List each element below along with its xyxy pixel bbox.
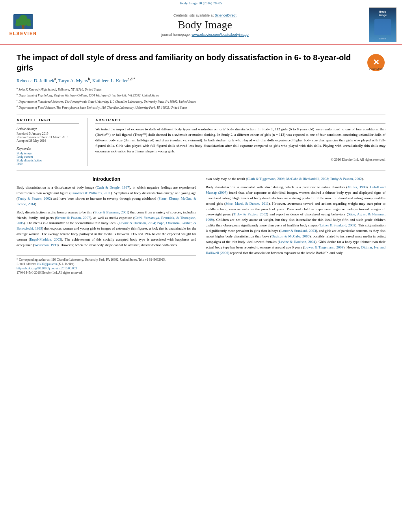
- abstract-col: ABSTRACT We tested the impact of exposur…: [87, 118, 385, 166]
- homepage-text: journal homepage:: [161, 33, 191, 37]
- body-para-right-2: Body dissatisfaction is associated with …: [206, 185, 385, 256]
- ref-crowther[interactable]: Crowther & Williams, 2011: [71, 191, 111, 195]
- ref-latner2[interactable]: Latner & Stunkard, 2003: [280, 229, 316, 233]
- elsevier-tree-icon: [12, 14, 35, 31]
- ref-truby2[interactable]: Truby & Paxton, 2002: [233, 212, 267, 216]
- ref-weissman[interactable]: Weissman, 1999: [34, 243, 58, 247]
- elsevier-logo: ELSEVIER: [6, 14, 41, 36]
- title-section: The impact of doll style of dress and fa…: [17, 52, 385, 73]
- contents-text: Contents lists available at: [173, 13, 214, 17]
- homepage-link[interactable]: www.elsevier.com/locate/bodyimage: [192, 33, 249, 37]
- affiliation-a: a John F. Kennedy High School, Bellmore,…: [17, 88, 102, 91]
- authors-line: Rebecca D. Jellineka, Taryn A. Myersb, K…: [17, 77, 385, 84]
- history-revised: Received in revised form 11 March 2016: [17, 135, 79, 139]
- svg-point-7: [26, 22, 31, 26]
- elsevier-label: ELSEVIER: [9, 31, 37, 36]
- body-para-1: Body dissatisfaction is a disturbance of…: [17, 185, 196, 207]
- cover-bottom: Elsevier: [371, 37, 395, 40]
- svg-rect-5: [22, 25, 24, 29]
- footnote-section: * Corresponding author at: 110 Chandlee …: [17, 255, 196, 274]
- body-right-col: own body may be the result (Clark & Tigg…: [206, 176, 385, 274]
- sciencedirect-link[interactable]: ScienceDirect: [215, 13, 237, 17]
- history-title: Article history:: [17, 127, 79, 131]
- history-received: Received 5 January 2015: [17, 132, 79, 135]
- copyright-line: © 2016 Elsevier Ltd. All rights reserved…: [95, 158, 385, 161]
- ref-dittmar[interactable]: Dittmar, Ive, and Halliwell (2006): [206, 245, 385, 255]
- keyword-1: Body image: [17, 152, 79, 155]
- divider-1: [17, 115, 385, 115]
- body-left-col: Introduction Body dissatisfaction is a d…: [17, 176, 196, 274]
- svg-point-4: [19, 20, 28, 26]
- article-columns: ARTICLE INFO Article history: Received 5…: [17, 118, 385, 166]
- homepage-line: journal homepage: www.elsevier.com/locat…: [41, 33, 369, 37]
- body-para-right-1: own body may be the result (Clark & Tigg…: [206, 176, 385, 182]
- article-title: The impact of doll style of dress and fa…: [17, 52, 367, 73]
- history-accepted: Accepted 28 May 2016: [17, 139, 79, 143]
- keyword-2: Body esteem: [17, 155, 79, 159]
- ref-truby1[interactable]: Truby & Paxton, 2002: [18, 196, 51, 200]
- intro-heading: Introduction: [17, 176, 196, 182]
- author-2: Taryn A. Myers: [58, 78, 88, 83]
- ref-muller[interactable]: Muller, 1998: [348, 185, 367, 189]
- top-bar: Body Image 18 (2016) 78–85: [0, 0, 402, 6]
- footnote-email: E-mail address: klk37@psu.edu (K.L. Kell…: [17, 262, 196, 266]
- article-history: Article history: Received 5 January 2015…: [17, 127, 79, 143]
- journal-header: Body Image 18 (2016) 78–85 ELSEVIER Cont…: [0, 0, 402, 45]
- crossmark-logo: ✕ CrossMark: [367, 53, 385, 72]
- ref-levine[interactable]: Levine & Harrison, 2004; Pope, Olivardia…: [17, 221, 196, 230]
- keyword-3: Body dissatisfaction: [17, 159, 79, 162]
- ref-schutz[interactable]: Schutz & Paxton, 2007: [56, 216, 90, 220]
- article-info-col: ARTICLE INFO Article history: Received 5…: [17, 118, 87, 166]
- ref-stice-bearman[interactable]: Stice & Bearman, 2001: [95, 210, 128, 214]
- keywords-title: Keywords:: [17, 146, 79, 150]
- ref-engel[interactable]: Engel-Maddox, 2005: [30, 237, 61, 241]
- article-info-heading: ARTICLE INFO: [17, 118, 79, 124]
- svg-text:✕: ✕: [373, 58, 380, 67]
- keyword-4: Dolls: [17, 162, 79, 166]
- ref-stice-marti[interactable]: Stice, Marti, & Durant, 2011: [225, 202, 268, 206]
- journal-center: Contents lists available at ScienceDirec…: [41, 13, 369, 37]
- crossmark-icon: ✕ CrossMark: [367, 53, 385, 72]
- ref-levine2[interactable]: Levine & Harrison, 2004: [279, 240, 315, 244]
- cover-body: [374, 19, 391, 35]
- main-content: The impact of doll style of dress and fa…: [0, 45, 402, 282]
- journal-name-big: Body Image: [41, 19, 369, 31]
- footnote-issn: 1740-1445/© 2016 Elsevier Ltd. All right…: [17, 271, 196, 274]
- main-header-row: ELSEVIER Contents lists available at Sci…: [0, 6, 402, 44]
- top-bar-text: Body Image 18 (2016) 78–85: [180, 1, 222, 5]
- affiliation-d: d Department of Food Science, The Pennsy…: [17, 106, 187, 109]
- ref-clark[interactable]: Clark & Tiggemann, 2006; McCabe & Riccia…: [247, 177, 362, 181]
- affiliations: a John F. Kennedy High School, Bellmore,…: [17, 86, 385, 111]
- svg-point-6: [15, 22, 20, 26]
- ref-davison[interactable]: Davison & McCabe, 2006: [272, 234, 309, 238]
- author-3: Kathleen L. Keller: [92, 78, 128, 83]
- ref-stice-agras[interactable]: Stice, Agras, & Hammer, 1999: [206, 212, 385, 222]
- abstract-heading: ABSTRACT: [95, 118, 385, 124]
- journal-cover: BodyImage Elsevier: [369, 7, 396, 42]
- footnote-doi: http://dx.doi.org/10.1016/j.bodyim.2016.…: [17, 267, 196, 270]
- email-link[interactable]: klk37@psu.edu: [37, 262, 57, 266]
- author-1: Rebecca D. Jellinek: [17, 78, 54, 83]
- ref-cash[interactable]: Cash & Deagle, 1997: [97, 185, 129, 189]
- svg-text:CrossMark: CrossMark: [369, 68, 383, 70]
- ref-latner[interactable]: Latner & Stunkard, 2003: [320, 223, 355, 227]
- body-para-2: Body dissatisfaction results from pressu…: [17, 210, 196, 248]
- body-content: Introduction Body dissatisfaction is a d…: [17, 176, 385, 274]
- affiliation-c: c Department of Nutritional Sciences, Th…: [17, 100, 196, 104]
- abstract-text: We tested the impact of exposure to doll…: [95, 127, 385, 154]
- ref-lowes[interactable]: Lowes & Tiggemann, 2003: [304, 245, 343, 249]
- contents-available: Contents lists available at ScienceDirec…: [41, 13, 369, 17]
- doi-link[interactable]: http://dx.doi.org/10.1016/j.bodyim.2016.…: [17, 267, 77, 270]
- divider-2: [17, 171, 385, 171]
- footnote-1: * Corresponding author at: 110 Chandlee …: [17, 258, 196, 261]
- affiliation-b: b Department of Psychology, Virginia Wes…: [17, 94, 159, 97]
- cover-title: BodyImage: [371, 10, 395, 17]
- keywords-section: Keywords: Body image Body esteem Body di…: [17, 146, 79, 166]
